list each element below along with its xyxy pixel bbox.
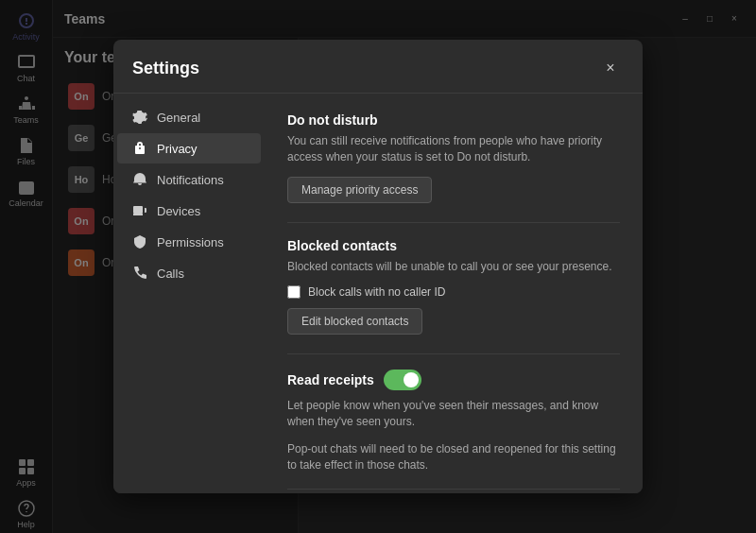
read-receipts-desc1: Let people know when you've seen their m…	[287, 398, 620, 430]
manage-priority-btn[interactable]: Manage priority access	[287, 177, 432, 203]
settings-content: Do not disturb You can still receive not…	[265, 94, 643, 493]
dnd-title: Do not disturb	[287, 112, 620, 128]
modal-close-button[interactable]: ×	[597, 55, 624, 81]
modal-header: Settings ×	[113, 40, 643, 94]
blocked-desc: Blocked contacts will be unable to call …	[287, 259, 620, 275]
read-receipts-label: Read receipts	[287, 372, 374, 387]
phone-icon	[132, 266, 147, 281]
toggle-track	[384, 370, 421, 390]
nav-item-general[interactable]: General	[117, 102, 261, 132]
settings-modal: Settings × General	[113, 40, 643, 493]
settings-nav: General Privacy Notificati	[113, 94, 265, 493]
edit-blocked-btn[interactable]: Edit blocked contacts	[287, 308, 422, 335]
shield-icon	[132, 234, 147, 249]
nav-item-devices[interactable]: Devices	[117, 196, 261, 226]
nav-label-permissions: Permissions	[157, 235, 224, 249]
bell-icon	[132, 172, 147, 187]
divider-2	[287, 353, 620, 354]
nav-item-privacy[interactable]: Privacy	[117, 133, 261, 163]
blocked-title: Blocked contacts	[287, 238, 620, 253]
read-receipts-toggle[interactable]	[384, 370, 421, 390]
block-no-caller-row: Block calls with no caller ID	[287, 285, 620, 299]
nav-label-notifications: Notifications	[157, 173, 224, 187]
divider-3	[287, 489, 620, 490]
read-receipts-row: Read receipts	[287, 370, 620, 390]
modal-body: General Privacy Notificati	[113, 94, 643, 493]
nav-item-permissions[interactable]: Permissions	[117, 227, 261, 257]
nav-item-calls[interactable]: Calls	[117, 258, 261, 288]
nav-label-privacy: Privacy	[157, 142, 198, 156]
block-no-caller-label: Block calls with no caller ID	[308, 285, 445, 299]
read-receipts-desc2: Pop-out chats will need to be closed and…	[287, 441, 620, 473]
nav-label-devices: Devices	[157, 204, 200, 218]
modal-overlay: Settings × General	[0, 0, 756, 533]
divider-1	[287, 222, 620, 223]
nav-label-calls: Calls	[157, 266, 184, 281]
toggle-thumb	[404, 372, 419, 387]
lock-icon	[132, 141, 147, 156]
block-no-caller-checkbox[interactable]	[287, 285, 301, 299]
device-icon	[132, 203, 147, 218]
svg-rect-6	[133, 206, 143, 214]
nav-item-notifications[interactable]: Notifications	[117, 164, 261, 195]
modal-title: Settings	[132, 59, 199, 78]
nav-label-general: General	[157, 111, 200, 125]
dnd-desc: You can still receive notifications from…	[287, 133, 620, 165]
gear-icon	[132, 110, 147, 125]
